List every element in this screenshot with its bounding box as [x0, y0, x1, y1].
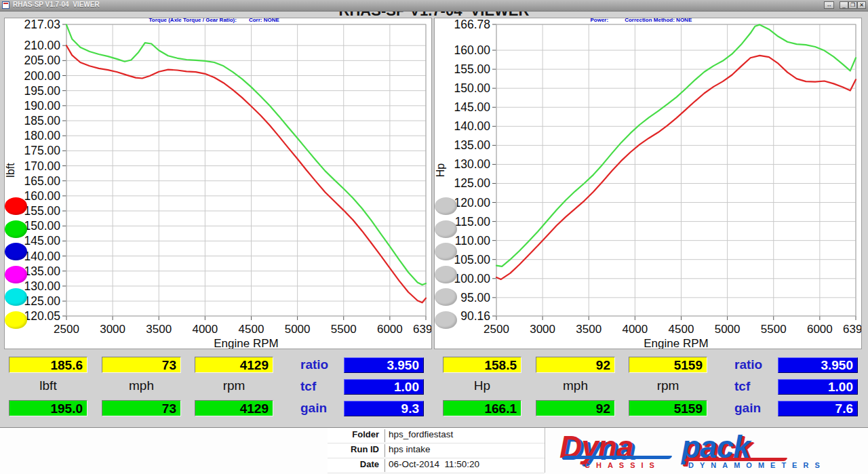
power-channel-button-5[interactable] [435, 288, 457, 306]
torque-channel-button-6[interactable] [5, 311, 27, 329]
x-tick-label: 3500 [576, 323, 601, 336]
mph-unit-label-left: mph [102, 378, 181, 394]
y-axis-title: lbft [5, 163, 16, 178]
tcf-label-right: tcf [734, 378, 750, 395]
resize-button[interactable]: ↔ [824, 1, 834, 9]
torque-peak-value-cell-green: 195.0 [9, 400, 87, 416]
folder-value: hps_fordfiestast [384, 429, 453, 442]
torque-channel-button-1[interactable] [5, 197, 27, 215]
y-tick-label: 180.00 [24, 129, 60, 142]
rpm-unit-label-left: rpm [195, 378, 273, 394]
x-tick-label: 6390 [413, 323, 431, 336]
minimize-button[interactable]: _ [840, 1, 848, 9]
y-tick-label: 195.00 [24, 84, 60, 98]
x-tick-label: 5000 [715, 323, 741, 336]
lbft-chart: 217.03210.00205.00200.00195.00190.00185.… [5, 18, 431, 349]
run-id-label: Run ID [328, 444, 379, 454]
y-tick-label: 150.00 [454, 81, 490, 95]
torque-channel-button-2[interactable] [5, 220, 27, 238]
run-info-panel: Folder hps_fordfiestast Run ID hps intak… [328, 428, 545, 473]
x-axis-title: Engine RPM [214, 337, 278, 349]
x-tick-label: 6390 [843, 323, 861, 336]
x-tick-label: 2500 [54, 323, 79, 336]
y-tick-label: 160.00 [24, 189, 60, 203]
power-corr-label: Correction Method: NONE [625, 17, 692, 23]
torque-chart-panel: 217.03210.00205.00200.00195.00190.00185.… [4, 18, 432, 349]
y-tick-label: 105.00 [454, 253, 490, 266]
y-tick-label: 165.00 [24, 174, 60, 188]
ratio-label-right: ratio [734, 357, 762, 373]
window-titlebar[interactable]: RHAS-SP V1.7-04 VIEWER ↔ _ ❐ ✕ [0, 0, 868, 12]
ratio-value-left: 3.950 [344, 357, 424, 373]
app-icon [2, 1, 9, 9]
restore-button[interactable]: ❐ [848, 1, 857, 9]
torque-channel-button-3[interactable] [5, 243, 27, 260]
gain-value-left: 9.3 [344, 401, 424, 416]
run-id-value: hps intake [384, 444, 431, 457]
plot-border [66, 24, 426, 316]
y-tick-label: 155.00 [454, 62, 490, 76]
power-channel-button-4[interactable] [435, 266, 457, 283]
y-tick-label: 170.00 [24, 159, 60, 173]
y-tick-label: 210.00 [24, 39, 60, 52]
power-chart-panel: 166.78160.00155.00150.00145.00140.00135.… [434, 18, 862, 349]
tcf-label-left: tcf [300, 378, 316, 395]
torque-unit-label: lbft [9, 378, 87, 394]
run-info-row-date: Date 06-Oct-2014 11:50:20 [328, 458, 545, 473]
torque-subheader: Torque (Axle Torque / Gear Ratio):Corr: … [146, 11, 279, 23]
dynapack-chassis-text: CHASSIS [585, 461, 660, 469]
y-tick-label: 150.00 [24, 219, 60, 233]
y-tick-label: 145.00 [24, 234, 60, 248]
y-tick-label: 120.05 [24, 309, 60, 323]
rpm-unit-label-right: rpm [629, 378, 707, 394]
power-channel-button-1[interactable] [435, 197, 457, 215]
y-tick-label: 190.00 [24, 99, 60, 113]
y-tick-label: 140.00 [24, 250, 60, 263]
y-axis-title: Hp [435, 163, 446, 178]
y-tick-label: 100.00 [454, 272, 490, 285]
power-rpm-value-cell-green: 5159 [629, 400, 707, 416]
ratio-label-left: ratio [300, 357, 328, 373]
x-axis-title: Engine RPM [644, 337, 708, 349]
x-tick-label: 4500 [239, 323, 264, 336]
plot-border [496, 24, 856, 316]
y-tick-label: 135.00 [454, 138, 490, 152]
y-tick-label: 140.00 [454, 119, 490, 133]
y-tick-label: 185.00 [24, 114, 60, 127]
power-channel-button-3[interactable] [435, 243, 457, 260]
torque-subheader-label: Torque (Axle Torque / Gear Ratio): [149, 17, 237, 23]
y-tick-label: 95.00 [460, 291, 490, 304]
power-mph-value-cell: 92 [536, 357, 615, 373]
power-unit-label: Hp [443, 378, 521, 394]
power-channel-button-2[interactable] [435, 220, 457, 238]
folder-label: Folder [328, 429, 379, 439]
tcf-value-right: 1.00 [778, 379, 858, 395]
red-run-torque-curve [66, 45, 426, 302]
y-tick-label: 125.00 [24, 294, 60, 308]
torque-channel-button-4[interactable] [5, 266, 27, 283]
torque-mph-value-cell: 73 [102, 357, 181, 373]
x-tick-label: 3000 [530, 323, 555, 336]
torque-corr-label: Corr: NONE [249, 17, 279, 23]
x-tick-label: 5000 [285, 323, 311, 336]
mph-unit-label-right: mph [536, 378, 615, 394]
x-tick-label: 2500 [484, 323, 509, 336]
x-tick-label: 3000 [100, 323, 125, 336]
Hp-chart: 166.78160.00155.00150.00145.00140.00135.… [435, 18, 861, 349]
x-tick-label: 4500 [669, 323, 694, 336]
dynapack-swoosh-blue [561, 456, 673, 459]
torque-channel-button-5[interactable] [5, 288, 27, 306]
y-tick-label: 155.00 [24, 204, 60, 218]
red-run-power-curve [496, 56, 856, 279]
ratio-value-right: 3.950 [778, 357, 858, 373]
y-tick-label: 110.00 [455, 234, 490, 248]
y-tick-label: 160.00 [454, 43, 490, 57]
y-tick-label: 145.00 [454, 100, 490, 114]
y-tick-label: 200.00 [24, 69, 60, 83]
tcf-value-left: 1.00 [344, 379, 424, 395]
run-info-row-folder: Folder hps_fordfiestast [328, 428, 545, 443]
close-button[interactable]: ✕ [857, 1, 866, 9]
power-channel-button-6[interactable] [435, 311, 457, 329]
power-peak-value-cell: 158.5 [443, 357, 521, 373]
power-rpm-value-cell: 5159 [629, 357, 707, 373]
